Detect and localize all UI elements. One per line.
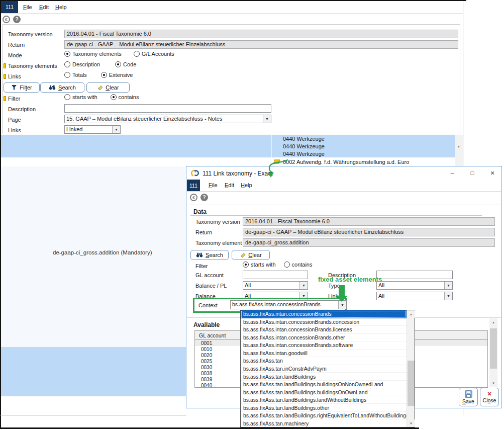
radio-icon[interactable]: [64, 72, 70, 78]
filter-option-contains[interactable]: contains: [111, 94, 139, 100]
scroll-down-button[interactable]: ▼: [407, 419, 415, 427]
background-window-bottom-border: [0, 415, 186, 415]
save-button-label: Save: [462, 398, 474, 404]
scrollbar-thumb[interactable]: [408, 361, 415, 406]
list-item[interactable]: bs.ass.fixAss.tan.landBuildings.building…: [241, 381, 407, 389]
radio-icon[interactable]: [64, 94, 70, 100]
scrollbar-thumb[interactable]: [490, 328, 497, 369]
taxel-option-description[interactable]: Description: [64, 61, 100, 67]
list-item[interactable]: bs.ass.fixAss.intan.concessionBrands.con…: [241, 318, 407, 326]
taxonomy-elements-label: Taxonomy elements: [8, 63, 57, 69]
menu-edit[interactable]: Edit: [39, 4, 49, 10]
list-item[interactable]: bs.ass.fixAss.tan.landBuildings.other: [241, 404, 407, 412]
chevron-down-icon[interactable]: ▼: [112, 126, 120, 133]
scroll-up-button[interactable]: ▲: [489, 318, 497, 326]
list-item[interactable]: bs.ass.fixAss.intan.goodwill: [241, 350, 407, 358]
chevron-down-icon[interactable]: ▼: [338, 301, 346, 309]
close-button[interactable]: × Close: [480, 388, 499, 406]
list-item[interactable]: bs.ass.fixAss.tan.machinery: [241, 419, 407, 427]
euro-toolbar-icon[interactable]: €: [190, 194, 197, 201]
balance-pl-dropdown[interactable]: All ▼: [243, 281, 308, 290]
filter-option-starts-with[interactable]: starts with: [243, 262, 276, 268]
search-button[interactable]: Search: [40, 82, 84, 93]
taxonomy-version-field: 2016.04.01 - Fiscal Taxonomie 6.0: [64, 30, 458, 38]
minimize-button[interactable]: –: [443, 166, 461, 180]
page-label: Page: [8, 117, 21, 123]
list-item[interactable]: bs.ass.fixAss.tan: [241, 357, 407, 365]
help-toolbar-icon[interactable]: ?: [200, 194, 208, 201]
list-item[interactable]: bs.ass.fixAss.intan.concessionBrands.lic…: [241, 326, 407, 334]
euro-glyph: €: [5, 17, 8, 22]
radio-icon[interactable]: [134, 51, 140, 57]
scroll-up-button[interactable]: ▲: [407, 310, 415, 318]
context-value: bs.ass.fixAss.intan.concessionBrands: [231, 301, 338, 309]
scroll-down-button[interactable]: ▼: [489, 379, 497, 387]
list-item[interactable]: bs.ass.fixAss.intan.concessionBrands.sof…: [241, 341, 407, 350]
list-item[interactable]: bs.ass.fixAss.tan.landBuildings.building…: [241, 388, 407, 396]
scroll-up-button[interactable]: ▲: [455, 142, 463, 150]
radio-icon[interactable]: [101, 72, 107, 78]
list-item[interactable]: bs.ass.fixAss.intan.concessionBrands: [241, 310, 407, 318]
page-dropdown[interactable]: 15. GAAP – Modul eBilanz steuerlicher Ei…: [64, 115, 271, 123]
filter-option-starts-with[interactable]: starts with: [64, 94, 97, 100]
available-scrollbar[interactable]: ▲ ▼: [489, 318, 497, 387]
links-dropdown[interactable]: All ▼: [376, 292, 453, 300]
chevron-down-icon[interactable]: ▼: [444, 292, 452, 300]
filter-radio-group: starts with contains: [64, 94, 139, 100]
table-row-linked[interactable]: 0002 Aufwendg. f.d. Währungsumstellung a…: [283, 159, 409, 165]
radio-icon[interactable]: [243, 262, 249, 268]
table-row[interactable]: 0440 Werkzeuge: [283, 143, 325, 150]
data-section-heading: Data: [193, 209, 207, 215]
balance-pl-label: Balance / PL: [195, 283, 227, 289]
links-option-totals[interactable]: Totals: [64, 72, 87, 78]
menu-file[interactable]: File: [209, 182, 218, 188]
search-button[interactable]: Search: [190, 250, 229, 260]
radio-icon[interactable]: [64, 61, 70, 67]
links-option-extensive[interactable]: Extensive: [101, 72, 133, 78]
minimize-icon: –: [451, 169, 454, 177]
close-window-button[interactable]: ×: [483, 166, 501, 180]
save-button[interactable]: Save: [459, 388, 478, 406]
chevron-down-icon[interactable]: ▼: [299, 282, 308, 289]
filter-button[interactable]: Filter: [4, 82, 40, 93]
filter-option-contains[interactable]: contains: [284, 262, 313, 268]
menu-help[interactable]: Help: [55, 4, 67, 10]
menu-file[interactable]: File: [23, 4, 32, 10]
filter-radio-group: starts with contains: [243, 262, 313, 268]
context-dropdown[interactable]: bs.ass.fixAss.intan.concessionBrands ▼: [230, 300, 347, 309]
radio-icon[interactable]: [115, 61, 121, 67]
euro-toolbar-icon[interactable]: €: [3, 16, 10, 23]
links-value: All: [377, 292, 444, 300]
links-filter-dropdown[interactable]: Linked ▼: [64, 125, 121, 134]
radio-icon[interactable]: [111, 94, 117, 100]
maximize-button[interactable]: □: [463, 166, 481, 180]
help-toolbar-icon[interactable]: ?: [13, 16, 21, 23]
list-item[interactable]: bs.ass.fixAss.tan.landBuildings: [241, 373, 407, 381]
list-item[interactable]: bs.ass.fixAss.tan.landBuildings.rightEqu…: [241, 412, 407, 420]
app-id-text: 111: [6, 4, 14, 10]
menu-help[interactable]: Help: [241, 182, 252, 188]
gl-account-input[interactable]: [243, 271, 308, 279]
floppy-icon: [465, 390, 472, 398]
chevron-down-icon[interactable]: ▼: [263, 115, 271, 123]
background-scrollbar[interactable]: ▲: [455, 135, 463, 166]
type-dropdown[interactable]: All ▼: [376, 281, 453, 290]
mode-option-taxonomy-elements[interactable]: Taxonomy elements: [64, 51, 122, 57]
table-row[interactable]: 0440 Werkzeuge: [283, 136, 325, 142]
clear-button[interactable]: Clear: [232, 250, 270, 260]
dropdown-scrollbar[interactable]: ▲ ▼: [407, 310, 415, 427]
list-item[interactable]: bs.ass.fixAss.tan.inConstrAdvPaym: [241, 365, 407, 373]
description-input[interactable]: [64, 104, 271, 113]
taxel-option-code[interactable]: Code: [115, 61, 136, 67]
list-item[interactable]: bs.ass.fixAss.tan.landBuildings.landWith…: [241, 396, 407, 404]
funnel-icon: [11, 84, 17, 91]
mode-option-gl-accounts[interactable]: G/L Accounts: [134, 51, 174, 57]
chevron-down-icon[interactable]: ▼: [444, 282, 452, 289]
radio-icon[interactable]: [284, 262, 290, 268]
list-item[interactable]: bs.ass.fixAss.intan.concessionBrands.oth…: [241, 334, 407, 342]
description-input[interactable]: [376, 271, 453, 279]
radio-icon[interactable]: [64, 51, 70, 57]
clear-button[interactable]: Clear: [86, 82, 130, 93]
menu-edit[interactable]: Edit: [225, 182, 234, 188]
type-value: All: [377, 282, 444, 289]
